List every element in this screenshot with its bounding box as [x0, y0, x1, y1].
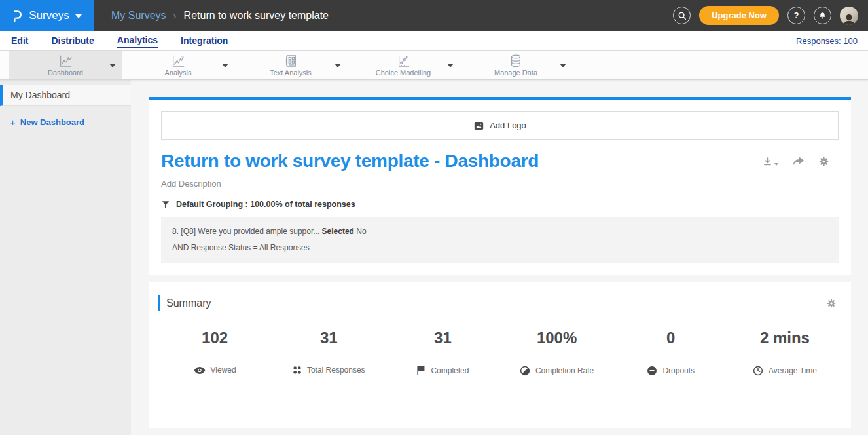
header-actions: Upgrade Now ? — [673, 0, 868, 31]
product-name: Surveys — [29, 9, 69, 22]
chevron-down-icon[interactable] — [109, 64, 116, 67]
filter-criteria-box: 8. [Q8] Were you provided ample suppor..… — [161, 218, 839, 263]
tab-edit[interactable]: Edit — [10, 33, 29, 48]
workspace: My Dashboard + New Dashboard — [0, 80, 868, 435]
minus-circle-icon — [647, 366, 657, 376]
summary-settings-gear-icon[interactable] — [826, 298, 837, 309]
stat-label: Average Time — [769, 366, 817, 375]
search-icon — [678, 11, 687, 20]
stat-value: 31 — [386, 329, 499, 347]
upgrade-now-button[interactable]: Upgrade Now — [699, 6, 779, 25]
breadcrumb-my-surveys[interactable]: My Surveys — [111, 10, 166, 22]
criteria-line-2: AND Response Status = All Responses — [172, 243, 827, 252]
dots-grid-icon — [293, 366, 302, 375]
toolbar-item-label: Analysis — [165, 69, 192, 77]
stat-divider — [408, 356, 477, 356]
summary-stats-row: 102 Viewed 31 — [149, 329, 851, 376]
bell-icon — [818, 11, 827, 20]
stat-label: Completed — [431, 366, 469, 375]
plus-icon: + — [10, 117, 16, 128]
sidebar-item-label: My Dashboard — [10, 90, 70, 100]
criteria-operator: Selected — [322, 227, 354, 236]
add-logo-label: Add Logo — [490, 121, 526, 130]
clock-icon — [753, 366, 763, 376]
chevron-down-icon[interactable] — [335, 64, 341, 67]
search-button[interactable] — [673, 7, 691, 24]
toolbar-item-label: Dashboard — [48, 69, 83, 77]
user-avatar[interactable] — [840, 7, 858, 25]
tab-analytics[interactable]: Analytics — [117, 33, 158, 48]
stat-divider — [181, 356, 249, 356]
stat-label: Total Responses — [307, 366, 365, 375]
summary-title: Summary — [166, 297, 211, 309]
stat-divider — [295, 356, 363, 356]
summary-card: Summary 102 — [149, 282, 851, 428]
dashboard-content: Add Logo Return to work survey template … — [131, 80, 868, 435]
summary-accent-bar — [158, 295, 160, 311]
sidebar-item-my-dashboard[interactable]: My Dashboard — [0, 85, 131, 106]
line-chart-icon — [58, 54, 73, 68]
notifications-button[interactable] — [814, 7, 831, 24]
stat-divider — [637, 356, 705, 356]
add-logo-button[interactable]: Add Logo — [161, 111, 839, 140]
new-dashboard-button[interactable]: + New Dashboard — [10, 117, 131, 128]
document-grid-icon — [283, 54, 298, 68]
filter-funnel-icon — [161, 200, 170, 209]
default-grouping-filter[interactable]: Default Grouping : 100.00% of total resp… — [161, 200, 839, 209]
tab-distribute[interactable]: Distribute — [50, 33, 94, 48]
scatter-chart-icon — [395, 54, 411, 68]
toolbar-item-manage-data[interactable]: Manage Data — [460, 51, 572, 79]
share-button[interactable] — [792, 157, 805, 167]
dashboard-title[interactable]: Return to work survey template - Dashboa… — [161, 151, 539, 172]
dashboard-header-card: Add Logo Return to work survey template … — [149, 97, 851, 275]
stat-divider — [751, 356, 819, 356]
stat-value: 0 — [614, 329, 728, 347]
chevron-down-icon[interactable] — [222, 64, 228, 67]
analytics-toolbar: Dashboard Analysis Text Analysis — [0, 51, 868, 80]
toolbar-item-analysis[interactable]: Analysis — [122, 51, 234, 79]
breadcrumb-separator: › — [173, 10, 177, 21]
stat-total-responses: 31 Total Responses — [272, 329, 386, 376]
stat-completed: 31 Completed — [386, 329, 499, 376]
flag-icon — [416, 366, 425, 375]
breadcrumb-current-survey: Return to work survey template — [184, 10, 329, 22]
criteria-question: 8. [Q8] Were you provided ample suppor..… — [172, 227, 319, 236]
question-mark-icon: ? — [794, 10, 799, 20]
survey-nav: Edit Distribute Analytics Integration Re… — [0, 31, 868, 51]
chevron-down-icon — [75, 14, 82, 18]
stat-viewed: 102 Viewed — [158, 329, 272, 376]
criteria-line-1: 8. [Q8] Were you provided ample suppor..… — [172, 227, 827, 236]
settings-gear-icon[interactable] — [818, 156, 829, 167]
half-circle-icon — [520, 366, 530, 376]
tab-integration[interactable]: Integration — [180, 33, 228, 48]
add-description-button[interactable]: Add Description — [161, 179, 839, 189]
stat-label: Dropouts — [662, 366, 695, 375]
stat-dropouts: 0 Dropouts — [614, 329, 728, 376]
top-header: Surveys My Surveys › Return to work surv… — [0, 0, 868, 31]
help-button[interactable]: ? — [787, 7, 805, 24]
stat-average-time: 2 mins Average Time — [728, 329, 842, 376]
chevron-down-icon[interactable] — [560, 64, 566, 67]
download-button[interactable] — [762, 156, 778, 167]
image-icon — [473, 121, 484, 131]
questionpro-logo-icon — [12, 9, 23, 23]
stat-value: 2 mins — [728, 329, 842, 347]
eye-icon — [194, 366, 206, 375]
toolbar-item-text-analysis[interactable]: Text Analysis — [234, 51, 347, 79]
responses-count-link[interactable]: Responses: 100 — [796, 36, 858, 46]
stat-label: Completion Rate — [535, 366, 594, 375]
stat-completion-rate: 100% Completion Rate — [500, 329, 614, 376]
toolbar-item-label: Text Analysis — [270, 69, 312, 77]
toolbar-item-label: Choice Modelling — [376, 69, 431, 77]
stat-value: 31 — [272, 329, 386, 347]
stat-value: 102 — [158, 329, 272, 347]
criteria-value: No — [356, 227, 366, 236]
chevron-down-icon[interactable] — [447, 64, 454, 67]
new-dashboard-label: New Dashboard — [20, 117, 84, 127]
toolbar-item-dashboard[interactable]: Dashboard — [9, 51, 122, 79]
toolbar-item-choice-modelling[interactable]: Choice Modelling — [347, 51, 460, 79]
database-icon — [509, 54, 523, 68]
product-menu[interactable]: Surveys — [0, 0, 94, 31]
stat-divider — [523, 356, 591, 356]
chevron-down-icon — [774, 163, 778, 166]
